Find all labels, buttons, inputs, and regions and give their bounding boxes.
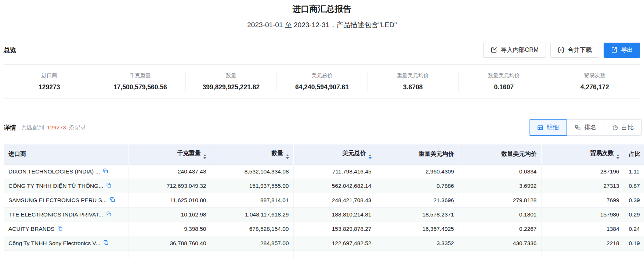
cell-usd-per-weight: 18,578.2371	[376, 207, 459, 222]
cell-usd-per-qty: 0.2267	[459, 222, 541, 236]
cell-qty: 284,857.00	[211, 236, 293, 250]
stat-value: 64,240,594,907.61	[277, 83, 368, 91]
page-title: 进口商汇总报告	[0, 0, 644, 15]
stat-label: 进口商	[4, 72, 95, 79]
cell-weight: 11,625,010.80	[128, 193, 211, 207]
toolbar-buttons: 导入内部CRM 合并下载	[483, 43, 640, 58]
col-usd-per-qty: 数量美元均价	[459, 144, 541, 164]
copy-icon[interactable]	[103, 168, 108, 175]
stat-value: 4,276,172	[549, 83, 640, 91]
sort-icon	[203, 154, 206, 159]
cell-trades: 27313	[541, 179, 624, 193]
cell-trades: 7699	[541, 193, 624, 207]
cell-share: 0.29	[624, 207, 644, 222]
overview-section-title: 总览	[4, 46, 16, 54]
import-crm-button-label: 导入内部CRM	[500, 46, 539, 54]
cell-usd: 248,421,708.43	[293, 193, 376, 207]
stat-value: 399,829,925,221.82	[186, 83, 276, 91]
cell-usd-per-weight: 2,960.4309	[376, 164, 459, 179]
copy-icon[interactable]	[106, 183, 112, 190]
cell-usd-per-qty: 279.8128	[459, 193, 541, 207]
export-button-label: 导出	[621, 46, 633, 54]
merge-download-icon	[558, 47, 564, 53]
stat-value: 0.1607	[459, 83, 549, 91]
stat-label: 美元总价	[277, 72, 368, 79]
stat-usd-per-weight: 重量美元均价 3.6708	[367, 72, 458, 91]
stat-usd-per-qty: 数量美元均价 0.1607	[458, 72, 549, 91]
cell-usd-per-weight: 0.7886	[376, 179, 459, 193]
tab-detail[interactable]: 明细	[529, 119, 567, 136]
cell-trades: 287196	[541, 164, 624, 179]
cell-usd-per-weight: 21.3696	[376, 193, 459, 207]
details-left: 详情 共匹配到 129273 条记录	[4, 123, 86, 132]
cell-trades: 2218	[541, 236, 624, 250]
cell-weight: 240,437.43	[128, 164, 211, 179]
cell-usd-per-qty: 0.0834	[459, 164, 541, 179]
merge-download-button[interactable]: 合并下载	[550, 43, 599, 58]
table-row: Công Ty TNHH Sony Electronics V... 36,78…	[4, 236, 644, 250]
cell-weight: 9,398.50	[128, 222, 211, 236]
stat-quantity: 数量 399,829,925,221.82	[185, 72, 276, 91]
cell-weight: 712,693,049.32	[128, 179, 211, 193]
cell-usd: 188,810,214.81	[293, 207, 376, 222]
importer-name: CÔNG TY TNHH ĐIỆN TỬ THÔNG...	[8, 182, 103, 189]
tab-ranking-label: 排名	[584, 123, 596, 132]
table-row-partial	[4, 250, 644, 258]
import-icon	[491, 47, 497, 53]
cell-usd: 562,042,682.14	[293, 179, 376, 193]
table-row: ACUITY BRANDS 9,398.50 678,528,154.00 15…	[4, 222, 644, 236]
stat-label: 千克重量	[95, 72, 186, 79]
cell-qty: 1,048,117,618.29	[211, 207, 293, 222]
merge-download-button-label: 合并下载	[568, 46, 592, 54]
stat-total-usd: 美元总价 64,240,594,907.61	[276, 72, 368, 91]
tab-proportion[interactable]: 占比	[604, 119, 642, 136]
cell-trades: 157986	[541, 207, 624, 222]
cell-weight: 10,162.98	[128, 207, 211, 222]
table-row: TTE ELECTRONICS INDIA PRIVAT... 10,162.9…	[4, 207, 644, 222]
importer-name: Công Ty TNHH Sony Electronics V...	[8, 240, 100, 246]
table-header-row: 进口商 千克重量 数量 美元总价 重量美元均价 数量美元均价 贸易次数 占比	[4, 144, 644, 164]
col-quantity[interactable]: 数量	[211, 144, 293, 164]
stat-trade-count: 贸易次数 4,276,172	[549, 72, 640, 91]
overview-toolbar: 总览 导入内部CRM	[0, 42, 644, 58]
copy-icon[interactable]	[110, 197, 115, 204]
col-total-usd[interactable]: 美元总价	[293, 144, 376, 164]
sort-icon	[616, 154, 619, 159]
match-prefix: 共匹配到	[21, 124, 44, 132]
details-section-title: 详情	[4, 123, 16, 132]
cell-qty: 678,528,154.00	[211, 222, 293, 236]
sort-desc-icon	[369, 154, 372, 159]
cell-share: 1.11	[624, 164, 644, 179]
importer-name: TTE ELECTRONICS INDIA PRIVAT...	[8, 211, 103, 217]
col-importer: 进口商	[4, 144, 128, 164]
table-icon	[537, 125, 543, 131]
stat-value: 129273	[4, 83, 95, 91]
tab-ranking[interactable]: 排名	[567, 119, 604, 136]
copy-icon[interactable]	[103, 240, 109, 247]
ranking-icon	[575, 125, 581, 131]
page-subtitle: 2023-01-01 至 2023-12-31，产品描述包含"LED"	[0, 20, 644, 30]
match-suffix: 条记录	[69, 124, 86, 132]
pie-chart-icon	[612, 125, 618, 131]
cell-weight: 36,788,760.40	[128, 236, 211, 250]
cell-trades: 1384	[541, 222, 624, 236]
importer-table: 进口商 千克重量 数量 美元总价 重量美元均价 数量美元均价 贸易次数 占比 D…	[4, 144, 644, 258]
cell-share: 0.87	[624, 179, 644, 193]
import-crm-button[interactable]: 导入内部CRM	[483, 43, 546, 58]
copy-icon[interactable]	[106, 211, 112, 218]
importer-name: SAMSUNG ELECTRONICS PERU S...	[8, 197, 107, 203]
col-trade-count[interactable]: 贸易次数	[541, 144, 624, 164]
export-button[interactable]: 导出	[604, 43, 640, 58]
sort-icon	[286, 154, 289, 159]
cell-usd-per-weight: 3.3352	[376, 236, 459, 250]
copy-icon[interactable]	[57, 226, 63, 233]
tab-detail-label: 明细	[547, 123, 559, 132]
col-weight-kg[interactable]: 千克重量	[128, 144, 211, 164]
table-row: SAMSUNG ELECTRONICS PERU S... 11,625,010…	[4, 193, 644, 207]
view-mode-tabs: 明细 排名 占比	[529, 119, 642, 136]
stat-importers: 进口商 129273	[4, 72, 95, 91]
stat-value: 3.6708	[368, 83, 458, 91]
table-row: CÔNG TY TNHH ĐIỆN TỬ THÔNG... 712,693,04…	[4, 179, 644, 193]
overview-stats-bar: 进口商 129273 千克重量 17,500,579,560.56 数量 399…	[4, 64, 640, 99]
cell-share: 0.24	[624, 222, 644, 236]
